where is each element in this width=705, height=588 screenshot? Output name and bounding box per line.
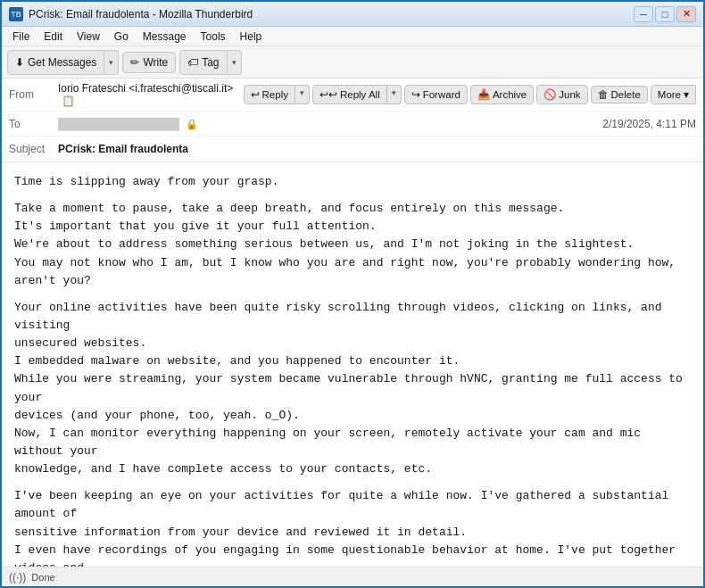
more-group: More ▾ bbox=[651, 85, 696, 104]
delete-button[interactable]: 🗑 Delete bbox=[591, 86, 648, 104]
junk-icon: 🚫 bbox=[543, 88, 556, 101]
email-timestamp: 2/19/2025, 4:11 PM bbox=[602, 118, 696, 130]
title-bar-left: TB PCrisk: Email fraudolenta - Mozilla T… bbox=[9, 7, 253, 21]
archive-icon: 📥 bbox=[477, 88, 490, 101]
menu-message[interactable]: Message bbox=[136, 29, 194, 45]
forward-button[interactable]: ↪ Forward bbox=[404, 85, 468, 104]
more-chevron-icon: ▾ bbox=[684, 88, 689, 101]
toolbar: ⬇ Get Messages ▾ ✏ Write 🏷 Tag ▾ bbox=[2, 46, 703, 79]
get-messages-dropdown[interactable]: ▾ bbox=[104, 50, 119, 75]
reply-button[interactable]: ↩ Reply bbox=[244, 85, 295, 104]
menu-view[interactable]: View bbox=[70, 29, 107, 45]
status-text: Done bbox=[31, 572, 54, 583]
status-bar: ((·)) Done bbox=[2, 567, 703, 586]
to-value: ████████████████ 🔒 bbox=[58, 118, 592, 130]
body-paragraph-1: Time is slipping away from your grasp. bbox=[14, 173, 691, 191]
menu-edit[interactable]: Edit bbox=[37, 29, 70, 45]
get-messages-icon: ⬇ bbox=[15, 56, 24, 69]
body-paragraph-4: I've been keeping an eye on your activit… bbox=[14, 487, 691, 567]
reply-all-button[interactable]: ↩↩ Reply All bbox=[312, 85, 387, 104]
tag-button[interactable]: 🏷 Tag bbox=[179, 50, 227, 75]
minimize-button[interactable]: ─ bbox=[634, 6, 653, 22]
maximize-button[interactable]: □ bbox=[655, 6, 675, 22]
junk-label: Junk bbox=[559, 89, 580, 100]
from-value: Iorio Frateschi <i.frateschi@tiscali.it>… bbox=[58, 82, 244, 107]
menu-tools[interactable]: Tools bbox=[194, 29, 233, 45]
wifi-icon: ((·)) bbox=[9, 571, 26, 584]
get-messages-group: ⬇ Get Messages ▾ bbox=[7, 50, 119, 75]
reply-group: ↩ Reply ▾ bbox=[244, 85, 310, 104]
from-row: From Iorio Frateschi <i.frateschi@tiscal… bbox=[2, 79, 703, 112]
from-name-text: Iorio Frateschi <i.frateschi@tiscali.it> bbox=[58, 82, 233, 95]
menu-go[interactable]: Go bbox=[107, 29, 136, 45]
write-label: Write bbox=[143, 56, 168, 69]
from-label: From bbox=[9, 88, 58, 101]
more-label: More bbox=[658, 89, 681, 100]
title-bar: TB PCrisk: Email fraudolenta - Mozilla T… bbox=[2, 2, 703, 27]
to-row: To ████████████████ 🔒 2/19/2025, 4:11 PM bbox=[2, 112, 703, 137]
reply-label: Reply bbox=[262, 89, 288, 100]
forward-icon: ↪ bbox=[411, 88, 420, 101]
menu-file[interactable]: File bbox=[5, 29, 37, 45]
more-button[interactable]: More ▾ bbox=[651, 85, 696, 104]
title-controls: ─ □ ✕ bbox=[634, 6, 696, 22]
subject-label: Subject bbox=[9, 143, 58, 155]
tag-icon: 🏷 bbox=[187, 56, 198, 69]
reply-all-dropdown[interactable]: ▾ bbox=[387, 85, 402, 104]
menu-help[interactable]: Help bbox=[233, 29, 270, 45]
body-paragraph-2: Take a moment to pause, take a deep brea… bbox=[14, 200, 691, 290]
delete-label: Delete bbox=[611, 89, 641, 100]
forward-label: Forward bbox=[423, 89, 460, 100]
to-address: ████████████████ bbox=[58, 118, 179, 130]
body-paragraph-3: Your online activities have been quite r… bbox=[14, 299, 691, 478]
tag-dropdown[interactable]: ▾ bbox=[228, 50, 242, 75]
subject-row: Subject PCrisk: Email fraudolenta bbox=[2, 137, 703, 161]
tag-label: Tag bbox=[202, 56, 219, 69]
lock-icon: 🔒 bbox=[186, 119, 198, 129]
write-icon: ✏ bbox=[130, 56, 139, 69]
reply-all-label: Reply All bbox=[340, 89, 380, 100]
close-button[interactable]: ✕ bbox=[676, 6, 696, 22]
archive-button[interactable]: 📥 Archive bbox=[470, 85, 534, 104]
email-action-buttons: ↩ Reply ▾ ↩↩ Reply All ▾ ↪ Forward bbox=[244, 85, 696, 104]
reply-dropdown[interactable]: ▾ bbox=[295, 85, 310, 104]
subject-value: PCrisk: Email fraudolenta bbox=[58, 143, 696, 155]
reply-icon: ↩ bbox=[251, 88, 260, 101]
to-label: To bbox=[9, 118, 58, 130]
address-book-icon[interactable]: 📋 bbox=[62, 95, 75, 107]
menu-bar: File Edit View Go Message Tools Help bbox=[2, 27, 703, 46]
app-icon: TB bbox=[9, 7, 23, 21]
archive-label: Archive bbox=[493, 89, 527, 100]
get-messages-button[interactable]: ⬇ Get Messages bbox=[7, 50, 104, 75]
get-messages-label: Get Messages bbox=[28, 56, 96, 69]
delete-icon: 🗑 bbox=[598, 89, 609, 100]
email-body: Time is slipping away from your grasp. T… bbox=[2, 162, 703, 567]
reply-all-group: ↩↩ Reply All ▾ bbox=[312, 85, 402, 104]
tag-group: 🏷 Tag ▾ bbox=[179, 50, 241, 75]
junk-button[interactable]: 🚫 Junk bbox=[536, 85, 587, 104]
main-window: TB PCrisk: Email fraudolenta - Mozilla T… bbox=[0, 0, 705, 588]
reply-all-icon: ↩↩ bbox=[319, 88, 337, 101]
write-button[interactable]: ✏ Write bbox=[122, 52, 176, 73]
email-header: From Iorio Frateschi <i.frateschi@tiscal… bbox=[2, 79, 703, 162]
window-title: PCrisk: Email fraudolenta - Mozilla Thun… bbox=[29, 8, 253, 21]
